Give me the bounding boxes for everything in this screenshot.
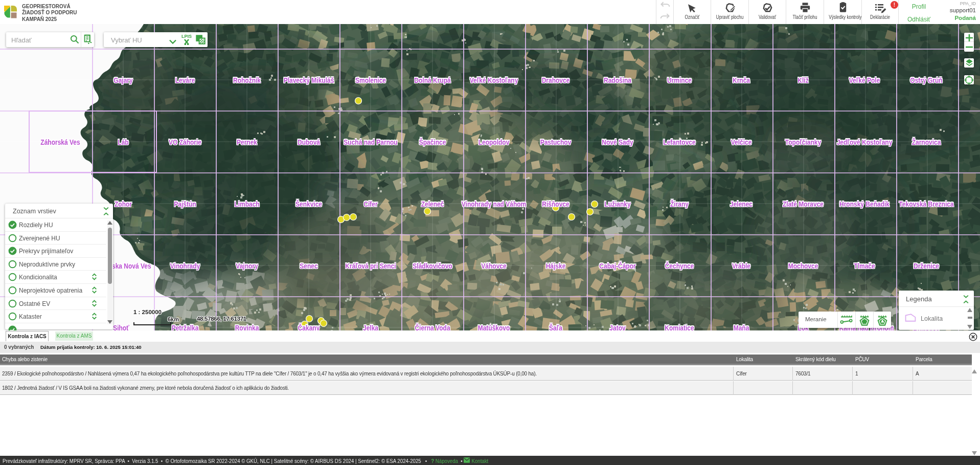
svg-text:LPIS: LPIS [181,34,192,39]
